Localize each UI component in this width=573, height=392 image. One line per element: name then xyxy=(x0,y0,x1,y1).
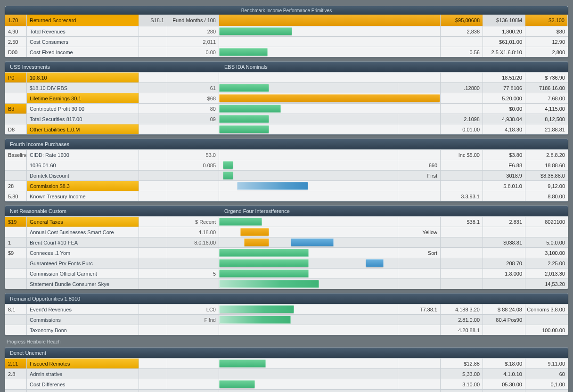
cell-extra: 2.25.00 xyxy=(525,258,568,268)
cell-bar xyxy=(219,15,441,26)
summary-row[interactable]: 1.70 Returned Scorecard S18.1 Fund Month… xyxy=(5,15,568,26)
table-row[interactable]: Statement Bundle Consumer Skye14,53.20 xyxy=(5,278,568,289)
table-row[interactable]: 4.90Total Revenues2802,8381,800.20$80 xyxy=(5,26,568,36)
cell-bar xyxy=(219,37,441,47)
cell-v3: 4,938.04 xyxy=(483,114,525,124)
cell-id: D8 xyxy=(5,124,27,134)
cell-a xyxy=(139,304,167,314)
table-row[interactable]: Guaranteed Prv Fonts Purc208 702.25.00 xyxy=(5,258,568,268)
cell-v2 xyxy=(441,269,483,278)
cell-name: Brent Court #10 FEA xyxy=(27,237,139,247)
cell-v1 xyxy=(398,325,441,335)
cell-id xyxy=(5,227,27,237)
table-row[interactable]: 1Brent Court #10 FEA8.0.16.00$038.815.0.… xyxy=(5,237,568,247)
table-row[interactable]: BdContributed Profit 30.0080$0.004,115.0… xyxy=(5,103,568,114)
cell-id: 1 xyxy=(5,237,27,247)
table-row[interactable]: D00Cost Fixed Income0.000.562.5 X1.6.8:1… xyxy=(5,47,568,57)
cell-name: $18.10 DIV EBS xyxy=(27,83,139,93)
cell-name: Goal Custom xyxy=(27,390,139,392)
table-row[interactable]: Annual Cost Businesses Smart Core4.18.00… xyxy=(5,227,568,237)
cell-a xyxy=(139,124,167,134)
table-row[interactable]: 2.50Cost Consumers2,011$61,01.0012.90 xyxy=(5,36,568,47)
cell-v1 xyxy=(398,369,441,379)
cell-v1 xyxy=(398,237,441,247)
panel-title-right: EBS IDA Nominals xyxy=(220,64,568,70)
table-row[interactable]: Lifetime Earnings 30.1$685.20.0007.68.00 xyxy=(5,93,568,103)
cell-v1 xyxy=(398,83,441,93)
cell-extra: 100.00.00 xyxy=(525,325,568,335)
table-row[interactable]: Domtek DiscountFirst3018.9$8.38.88.0 xyxy=(5,170,568,180)
cell-b: 2,011 xyxy=(167,37,219,47)
cell-v2: 0.01.00 xyxy=(441,124,483,134)
cell-bar xyxy=(219,369,398,379)
cell-v1 xyxy=(398,150,441,160)
cell-v1 xyxy=(398,181,441,191)
panel: Denet Unement2.11Fiscoed Remotes$12.88$.… xyxy=(5,347,568,392)
table-row[interactable]: $19General Taxes$ Recent$38.12.831802010… xyxy=(5,216,568,227)
cell-id: 1.70 xyxy=(5,15,27,26)
table-row[interactable]: BaselineCIDD: Rate 160053.0Inc $5.00$3.8… xyxy=(5,149,568,160)
table-row[interactable]: CommissionsFifnd2.81.0.0080.4 Pos90 xyxy=(5,314,568,325)
table-row[interactable]: Cost Differenes3.10.0005.30.000,1.00 xyxy=(5,379,568,389)
cell-name: Total Revenues xyxy=(27,26,139,36)
cell-a xyxy=(139,83,167,93)
panel-title-left: USS Investments xyxy=(5,64,220,70)
cell-a xyxy=(139,359,167,368)
cell-b xyxy=(167,390,219,392)
cell-v1 xyxy=(398,258,441,268)
cell-b xyxy=(167,171,219,180)
cell-v1: T7.38.1 xyxy=(398,304,441,314)
cell-v3 xyxy=(483,325,525,335)
panel-title-left: Net Reasonable Custom xyxy=(5,208,220,214)
cell-v2: $12.88 xyxy=(441,359,483,368)
cell-name: Cost Fixed Income xyxy=(27,47,139,57)
cell-b xyxy=(167,191,219,201)
cell-v3: $ 736.90 xyxy=(525,73,568,82)
cell-v3: 4,115.00 xyxy=(525,104,568,114)
table-row[interactable]: P010.8.1018.51/20$ 736.90 xyxy=(5,72,568,82)
cell-name: Taxonomy Bonn xyxy=(27,325,139,335)
cell-v3: 7.68.00 xyxy=(525,93,568,103)
cell-a xyxy=(139,73,167,82)
table-row[interactable]: 2.8Administrative$,33.004.1.0.1060 xyxy=(5,368,568,379)
table-row[interactable]: 28Commission $8.35.8.01.09,12.00 xyxy=(5,180,568,191)
panel-top: Benchmark Income Performance Primitives … xyxy=(5,6,568,57)
cell-v2: 1,800.20 xyxy=(483,26,525,36)
table-row[interactable]: Taxonomy Bonn4.20 88.1100.00.00 xyxy=(5,325,568,335)
table-row[interactable]: 5.80Known Treasury Income3.3.93.18.80.00 xyxy=(5,191,568,201)
cell-b xyxy=(167,379,219,389)
table-row[interactable]: $9Conneces .1 YomSort3,100.00 xyxy=(5,247,568,258)
panel-header: Net Reasonable CustomOrgend Four Interes… xyxy=(5,206,568,216)
panel-footer: Progress Hecibore Reach xyxy=(7,339,568,344)
table-row[interactable]: D8Other Liabilities L.0.M0.01.004,18.302… xyxy=(5,124,568,134)
cell-b: 5 xyxy=(167,269,219,278)
cell-name: Event'd Revenues xyxy=(27,304,139,314)
cell-v3: 208 70 xyxy=(483,258,525,268)
cell-bar xyxy=(219,390,398,392)
table-row[interactable]: 8.1Event'd RevenuesLC0T7.38.14.188 3.20$… xyxy=(5,304,568,314)
cell-a xyxy=(139,315,167,325)
table-row[interactable]: Commission Official Garment51.8.0002,013… xyxy=(5,268,568,278)
table-row[interactable]: 2.11Fiscoed Remotes$12.88$.18.009.11.00 xyxy=(5,358,568,368)
cell-b: 4.18.00 xyxy=(167,227,219,237)
panel: USS InvestmentsEBS IDA NominalsP010.8.10… xyxy=(5,61,568,135)
cell-v3: 12.90 xyxy=(525,37,568,47)
cell-bar xyxy=(219,26,441,36)
cell-v1: $95,00608 xyxy=(441,15,483,26)
cell-bar xyxy=(219,191,398,201)
cell-id: $19 xyxy=(5,217,27,227)
table-row[interactable]: Total Securities 817.00092.10984,938.048… xyxy=(5,114,568,124)
cell-a xyxy=(139,379,167,389)
cell-bar xyxy=(219,269,398,278)
cell-bar xyxy=(219,104,441,114)
table-row[interactable]: 2.03Goal Custom0.3604,918.000.29.00 xyxy=(5,389,568,392)
cell-id: P0 xyxy=(5,73,27,82)
cell-extra: 8,12,500 xyxy=(525,114,568,124)
cell-v1 xyxy=(398,279,441,289)
cell-v2 xyxy=(441,181,483,191)
table-row[interactable]: $18.10 DIV EBS61.1280077 81067186 16.00 xyxy=(5,82,568,93)
cell-v1 xyxy=(398,114,441,124)
table-row[interactable]: 1036.01-600.085660E6.8818 88.60 xyxy=(5,160,568,170)
cell-bar xyxy=(219,114,398,124)
cell-name: Total Securities 817.00 xyxy=(27,114,139,124)
